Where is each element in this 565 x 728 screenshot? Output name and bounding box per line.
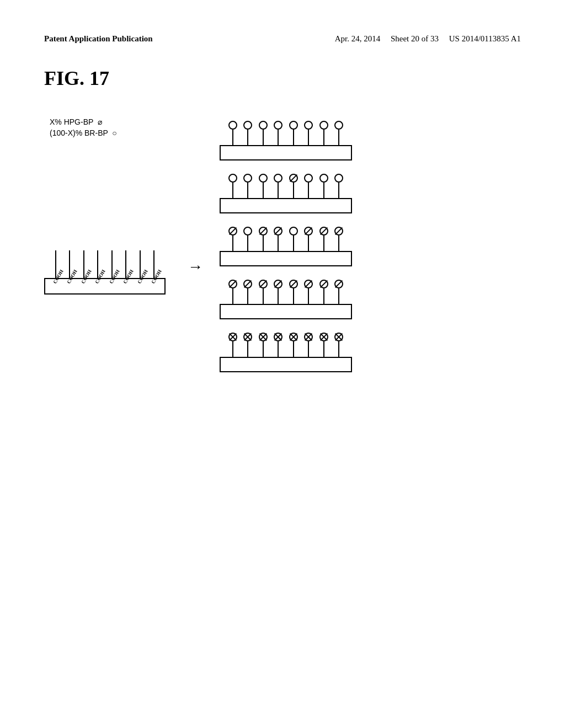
pin-cross <box>319 333 328 357</box>
pin-cross <box>334 333 343 357</box>
pin-cross <box>228 333 237 357</box>
legend: X% HPG-BP ⌀ (100-X)% BR-BP ○ <box>50 117 117 137</box>
pin <box>243 227 252 251</box>
pin <box>334 174 343 198</box>
pin-slash <box>228 227 237 251</box>
header-date: Apr. 24, 2014 <box>335 34 381 43</box>
pin-base-rect-4 <box>220 304 352 319</box>
pin <box>259 174 268 198</box>
pin <box>228 121 237 145</box>
legend-label-hpg: X% HPG-BP ⌀ <box>50 117 102 126</box>
pin-base-rect-1 <box>220 145 352 160</box>
pin-diagram-4 <box>220 276 352 319</box>
pin-slash <box>289 174 298 198</box>
pin-cross <box>289 333 298 357</box>
pin-base-rect-2 <box>220 198 352 213</box>
pin <box>304 174 313 198</box>
cooh-brush-diagram: COOH COOH COOH COOH <box>44 231 166 295</box>
pin-base-rect-3 <box>220 251 352 266</box>
pin <box>259 121 268 145</box>
chain-3: COOH <box>83 231 84 278</box>
pin <box>274 121 282 145</box>
chain-1: COOH <box>55 231 56 278</box>
pin-slash <box>319 280 328 304</box>
pin <box>289 121 298 145</box>
cooh-base-rect <box>44 278 166 295</box>
legend-item-br: (100-X)% BR-BP ○ <box>50 129 117 137</box>
pin-slash <box>319 227 328 251</box>
pin-slash <box>259 227 268 251</box>
pin-diagram-5 <box>220 329 352 372</box>
legend-item-hpg: X% HPG-BP ⌀ <box>50 117 117 126</box>
arrow-symbol: → <box>188 258 203 276</box>
header-sheet: Sheet 20 of 33 <box>391 34 439 43</box>
pin-base-rect-5 <box>220 357 352 372</box>
pin-slash <box>289 280 298 304</box>
pin-cross <box>304 333 313 357</box>
pin-slash <box>334 227 343 251</box>
pin-cross <box>259 333 268 357</box>
pin-slash <box>334 280 343 304</box>
chain-8: COOH <box>153 231 154 278</box>
pin-slash <box>243 280 252 304</box>
pin <box>243 174 252 198</box>
pin <box>274 174 282 198</box>
pin <box>243 121 252 145</box>
legend-label-br: (100-X)% BR-BP ○ <box>50 129 117 137</box>
pin <box>319 121 328 145</box>
pin-cross <box>274 333 282 357</box>
header-patent: US 2014/0113835 A1 <box>449 34 521 43</box>
chain-5: COOH <box>111 231 113 278</box>
pin-slash <box>304 280 313 304</box>
pin-slash <box>259 280 268 304</box>
pin-slash <box>274 227 282 251</box>
pin <box>304 121 313 145</box>
chain-4: COOH <box>97 231 98 278</box>
pin-slash <box>228 280 237 304</box>
pin <box>228 174 237 198</box>
pin <box>289 227 298 251</box>
pin-slash <box>304 227 313 251</box>
header-right: Apr. 24, 2014 Sheet 20 of 33 US 2014/011… <box>335 33 521 45</box>
pin <box>334 121 343 145</box>
patent-publication-label: Patent Application Publication <box>44 34 153 43</box>
pin-diagram-1 <box>220 117 352 160</box>
pin-diagram-2 <box>220 170 352 213</box>
pin-slash <box>274 280 282 304</box>
page-container: Patent Application Publication Apr. 24, … <box>0 0 565 728</box>
chain-7: COOH <box>140 231 141 278</box>
chain-2: COOH <box>69 231 70 278</box>
chain-6: COOH <box>125 231 126 278</box>
pin-cross <box>243 333 252 357</box>
header-left: Patent Application Publication <box>44 33 153 45</box>
figure-title: FIG. 17 <box>44 67 521 90</box>
pin-diagram-3 <box>220 223 352 266</box>
header: Patent Application Publication Apr. 24, … <box>44 33 521 45</box>
pin <box>319 174 328 198</box>
